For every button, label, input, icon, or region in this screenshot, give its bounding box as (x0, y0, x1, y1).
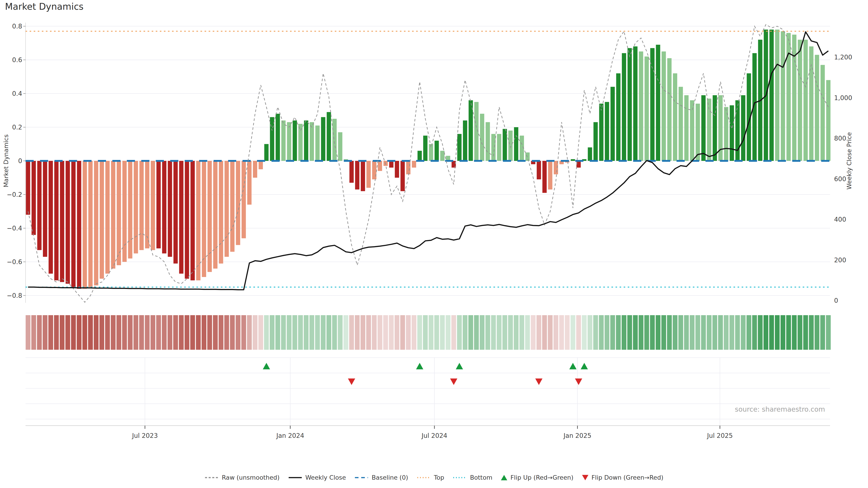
chart-figure: 0.80.60.40.20−0.2−0.4−0.6−0.802004006008… (0, 0, 868, 488)
heatmap-cell (536, 315, 541, 350)
heatmap-cell (230, 315, 235, 350)
dynamics-bars (26, 30, 831, 289)
heatmap-cell (167, 315, 172, 350)
dynamics-bar (730, 105, 734, 161)
heatmap-cell (815, 315, 819, 350)
market-dynamics-chart: 0.80.60.40.20−0.2−0.4−0.6−0.802004006008… (0, 0, 868, 488)
dynamics-bar (162, 161, 166, 254)
flip-down-icon (535, 379, 542, 385)
tick-label: 200 (834, 256, 846, 264)
tick-label: 1,200 (834, 54, 852, 61)
heatmap-cell (292, 315, 297, 350)
tick-label: −0.2 (7, 191, 22, 198)
heatmap-cell (270, 315, 274, 350)
dynamics-bar (304, 121, 308, 161)
dynamics-bar (486, 122, 490, 161)
dynamics-bar (804, 40, 808, 161)
legend-item-dot-cyan: Bottom (453, 474, 492, 481)
heatmap-cell (122, 315, 127, 350)
dynamics-bar (128, 161, 132, 258)
heatmap-cell (190, 315, 195, 350)
tick-label: Jan 2025 (563, 432, 591, 440)
dynamics-bar (395, 161, 399, 178)
heatmap-cell (826, 315, 831, 350)
heatmap-cell (746, 315, 751, 350)
heatmap-cell (684, 315, 689, 350)
dynamics-bar (417, 151, 422, 161)
heatmap-cell (593, 315, 598, 350)
tri-down-icon (582, 475, 588, 480)
flip-down-icon (450, 379, 457, 385)
heatmap-cell (338, 315, 342, 350)
dynamics-bar (253, 161, 257, 178)
dynamics-bar (32, 161, 36, 235)
dynamics-bar (616, 73, 620, 161)
heatmap-cell (71, 315, 76, 350)
heatmap-cell (383, 315, 388, 350)
heatmap-cell (712, 315, 717, 350)
dynamics-bar (798, 40, 802, 161)
dynamics-bar (588, 147, 592, 161)
dynamics-bar (168, 161, 172, 257)
dynamics-bar (599, 104, 603, 161)
heatmap-cell (406, 315, 411, 350)
dynamics-bar (191, 161, 195, 281)
tick-label: Jan 2024 (276, 432, 304, 440)
heatmap-cell (105, 315, 110, 350)
legend-label: Baseline (0) (372, 474, 408, 481)
heatmap-cell (417, 315, 422, 350)
dynamics-bar (338, 132, 342, 161)
heatmap-cell (633, 315, 638, 350)
dynamics-bar (372, 161, 376, 180)
tick-label: 400 (834, 216, 846, 223)
heatmap-cell (809, 315, 814, 350)
left-axis-title-text: Market Dynamics (2, 134, 9, 188)
dynamics-bar (820, 65, 825, 161)
heatmap-cell (531, 315, 535, 350)
heatmap-cell (355, 315, 360, 350)
heatmap-cell (258, 315, 263, 350)
heatmap-cell (54, 315, 59, 350)
dynamics-bar (332, 119, 337, 161)
heatmap-cell (446, 315, 451, 350)
tick-label: 0 (18, 157, 22, 165)
dynamics-bar (542, 161, 547, 193)
heatmap-cell (37, 315, 42, 350)
heatmap-cell (213, 315, 218, 350)
legend-item-tri-up: Flip Up (Red→Green) (501, 474, 574, 481)
heatmap-cell (145, 315, 150, 350)
dynamics-bar (287, 122, 291, 161)
heatmap-cell (377, 315, 382, 350)
dynamics-bar (315, 126, 320, 161)
dynamics-bar (622, 53, 626, 161)
heatmap-cell (741, 315, 745, 350)
dynamics-bar (88, 161, 93, 287)
heatmap-cell (43, 315, 48, 350)
dynamics-bar (423, 135, 428, 161)
dynamics-bar (270, 117, 274, 161)
tick-label: Jul 2025 (707, 432, 733, 440)
heatmap-cell (275, 315, 280, 350)
heatmap-cell (690, 315, 694, 350)
heatmap-cell (434, 315, 439, 350)
heatmap-cell (366, 315, 371, 350)
dynamics-bar (134, 161, 138, 254)
dynamics-bar (537, 161, 541, 180)
dynamics-bar (117, 161, 121, 265)
dynamics-bar (633, 46, 638, 161)
dynamics-bar (83, 161, 87, 289)
heatmap-cell (321, 315, 326, 350)
heatmap-cell (241, 315, 246, 350)
heatmap-cell (798, 315, 802, 350)
heatmap-cell (65, 315, 70, 350)
dot-orange-line-icon (417, 477, 431, 479)
dynamics-bar (310, 122, 314, 161)
dynamics-bar (548, 161, 553, 190)
dynamics-bar (707, 98, 711, 161)
tick-label: −0.8 (7, 292, 22, 299)
left-axis-ticks: 0.80.60.40.20−0.2−0.4−0.6−0.8 (7, 23, 26, 299)
tick-label: 600 (834, 175, 846, 183)
tick-label: 0.8 (12, 23, 22, 30)
dynamics-bar (491, 134, 496, 161)
dynamics-bar (815, 55, 819, 161)
